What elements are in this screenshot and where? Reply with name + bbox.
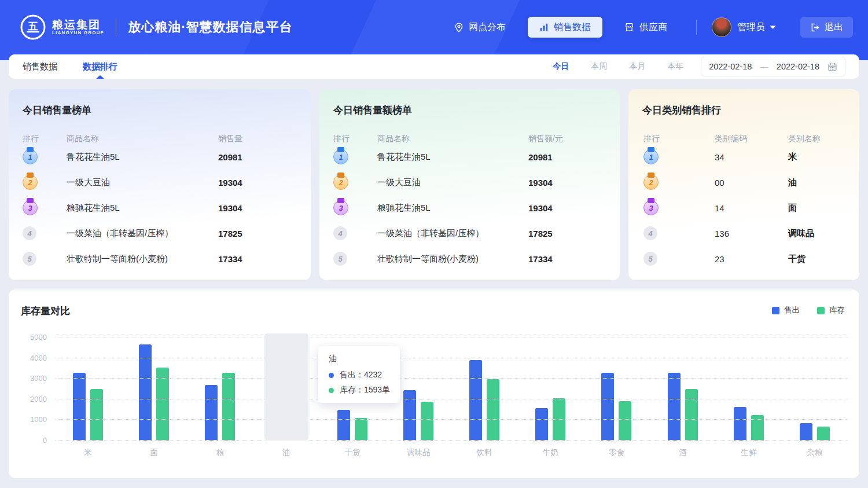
rank-cell: 3 [23, 200, 67, 215]
row-cell: 粮驰花生油5L [377, 203, 528, 214]
bar-售出[interactable] [469, 360, 482, 441]
topnav-item-label: 网点分布 [469, 21, 506, 34]
company-logo-icon: 五 [20, 14, 46, 41]
rank-row: 523干货 [628, 246, 859, 271]
bar-售出[interactable] [668, 373, 681, 441]
chart-plot-area: 米面粮油干货调味品饮料牛奶零食酒生鲜杂粮 油 售出：4232库存：1593单 0… [55, 337, 848, 441]
topnav-item[interactable]: 网点分布 [443, 17, 517, 38]
top-header: 五 粮运集团 LIANGYUN GROUP 放心粮油·智慧数据信息平台 网点分布… [0, 0, 868, 60]
bar-chart-icon [539, 23, 549, 32]
bar-售出[interactable] [800, 423, 812, 441]
bar-库存[interactable] [817, 427, 830, 441]
period-filter[interactable]: 本周 [591, 61, 607, 72]
x-axis-label: 酒 [650, 447, 716, 458]
bar-groups: 米面粮油干货调味品饮料牛奶零食酒生鲜杂粮 [55, 337, 848, 441]
y-axis-label: 2000 [19, 395, 47, 404]
period-filter[interactable]: 本年 [667, 61, 683, 72]
topnav-item[interactable]: 销售数据 [528, 17, 602, 38]
bar-售出[interactable] [601, 373, 614, 441]
medal-icon: 1 [23, 149, 38, 164]
rank-badge: 5 [643, 252, 657, 266]
bar-售出[interactable] [535, 408, 548, 441]
rank-cell: 4 [643, 226, 715, 240]
period-filter[interactable]: 本月 [629, 61, 645, 72]
period-filter[interactable]: 今日 [553, 61, 569, 72]
bar-库存[interactable] [487, 379, 499, 441]
rank-badge: 4 [333, 226, 347, 240]
bar-售出[interactable] [205, 385, 218, 441]
rank-row: 5壮歌特制一等面粉(小麦粉)17334 [9, 246, 311, 271]
user-menu[interactable]: 管理员 [737, 21, 776, 34]
row-cell-value: 17825 [528, 229, 620, 239]
bar-group: 生鲜 [716, 337, 782, 441]
rank-cell: 5 [643, 252, 715, 266]
gridline [55, 358, 848, 358]
bar-售出[interactable] [73, 373, 86, 441]
date-start[interactable]: 2022-02-18 [709, 62, 752, 71]
bar-group: 粮 [187, 337, 253, 441]
tab[interactable]: 数据排行 [83, 54, 117, 79]
card-title: 今日销售量额榜单 [333, 104, 620, 117]
medal-icon: 3 [643, 200, 659, 215]
row-cell: 鲁花花生油5L [377, 152, 528, 163]
x-axis-label: 生鲜 [716, 447, 782, 458]
rank-cell: 5 [333, 252, 377, 266]
tabs: 销售数据数据排行 [23, 54, 117, 79]
date-end[interactable]: 2022-02-18 [777, 62, 819, 71]
bar-售出[interactable] [403, 390, 416, 441]
highlight-band [264, 333, 308, 441]
date-range-picker[interactable]: 2022-02-18 — 2022-02-18 [701, 57, 845, 76]
storefront-icon [624, 23, 634, 32]
logout-icon [810, 23, 820, 32]
bar-group: 牛奶 [517, 337, 583, 441]
row-cell: 23 [715, 254, 788, 264]
chart-title: 库存量对比 [21, 304, 70, 318]
legend-item[interactable]: 售出 [772, 305, 800, 315]
column-header: 销售量 [218, 134, 311, 144]
bar-库存[interactable] [222, 373, 235, 441]
rank-cell: 2 [23, 175, 67, 190]
logout-button[interactable]: 退出 [800, 17, 853, 38]
row-cell-value: 19304 [218, 178, 311, 188]
bar-售出[interactable] [139, 344, 152, 441]
row-cell-value: 19304 [528, 178, 620, 188]
row-cell: 136 [715, 229, 788, 239]
bar-库存[interactable] [355, 418, 367, 441]
row-cell-value: 20981 [528, 152, 620, 162]
bars [55, 373, 121, 441]
inventory-chart-card: 库存量对比 售出库存 米面粮油干货调味品饮料牛奶零食酒生鲜杂粮 油 售出：423… [9, 289, 859, 478]
tab[interactable]: 销售数据 [23, 54, 57, 79]
column-header: 排行 [643, 134, 715, 144]
avatar[interactable] [712, 17, 731, 37]
date-separator: — [760, 62, 768, 71]
bar-库存[interactable] [421, 402, 433, 441]
topnav-item[interactable]: 供应商 [613, 17, 679, 38]
rank-table-header: 排行商品名称销售量 [9, 134, 311, 144]
x-axis-label: 油 [253, 447, 319, 458]
column-header: 类别名称 [788, 134, 859, 144]
row-cell: 一级菜油（非转基因/压榨） [67, 228, 218, 239]
column-header: 类别编码 [715, 134, 788, 144]
legend-item[interactable]: 库存 [817, 305, 845, 315]
medal-icon: 3 [333, 200, 348, 215]
bar-库存[interactable] [685, 389, 698, 441]
chart-tooltip: 油 售出：4232库存：1593单 [318, 346, 400, 403]
bar-售出[interactable] [734, 407, 746, 441]
page-title: 放心粮油·智慧数据信息平台 [128, 19, 292, 36]
rank-cards-row: 今日销售量榜单排行商品名称销售量1鲁花花生油5L209812一级大豆油19304… [9, 89, 859, 280]
chevron-down-icon [770, 25, 776, 30]
rank-cell: 1 [333, 149, 377, 164]
calendar-icon[interactable] [827, 62, 837, 72]
column-header: 商品名称 [67, 134, 218, 144]
x-axis-label: 米 [55, 447, 121, 458]
card-title: 今日类别销售排行 [642, 104, 859, 117]
bar-group: 杂粮 [782, 337, 848, 441]
legend-label: 库存 [829, 305, 845, 315]
medal-icon: 2 [23, 175, 38, 190]
rank-cell: 2 [333, 175, 377, 190]
bar-售出[interactable] [337, 410, 350, 441]
user-name-label: 管理员 [737, 21, 765, 34]
bar-库存[interactable] [90, 389, 103, 441]
bar-库存[interactable] [619, 401, 631, 441]
row-cell-value: 面 [788, 203, 859, 214]
